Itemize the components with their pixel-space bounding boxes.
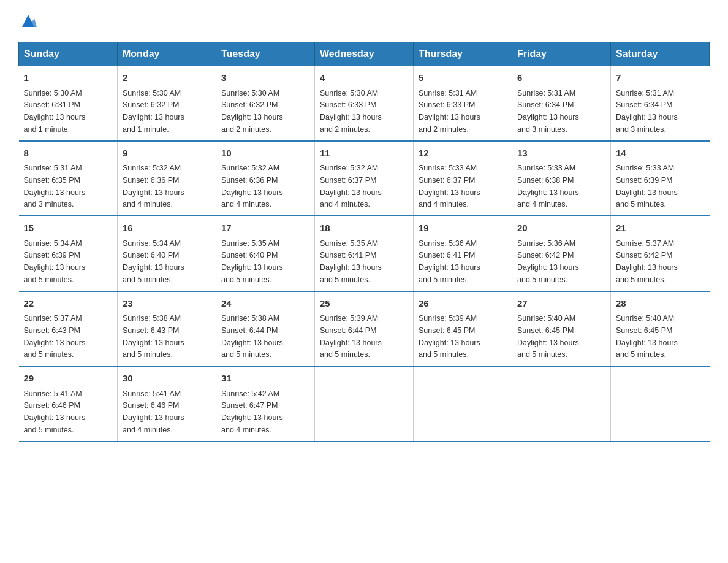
day-number: 10 [221, 147, 309, 161]
calendar-cell: 15 Sunrise: 5:34 AMSunset: 6:39 PMDaylig… [19, 216, 118, 291]
col-header-sunday: Sunday [19, 42, 118, 66]
calendar-cell: 9 Sunrise: 5:32 AMSunset: 6:36 PMDayligh… [118, 141, 216, 216]
calendar-cell: 30 Sunrise: 5:41 AMSunset: 6:46 PMDaylig… [118, 366, 216, 442]
calendar-table: SundayMondayTuesdayWednesdayThursdayFrid… [18, 42, 710, 442]
day-number: 12 [419, 147, 507, 161]
day-info: Sunrise: 5:39 AMSunset: 6:44 PMDaylight:… [320, 314, 382, 359]
day-number: 19 [419, 221, 507, 236]
calendar-cell [512, 366, 611, 442]
day-number: 29 [24, 372, 113, 386]
calendar-week-row: 15 Sunrise: 5:34 AMSunset: 6:39 PMDaylig… [19, 216, 710, 291]
day-number: 5 [419, 71, 507, 85]
day-info: Sunrise: 5:30 AMSunset: 6:32 PMDaylight:… [123, 89, 184, 134]
day-info: Sunrise: 5:30 AMSunset: 6:31 PMDaylight:… [24, 89, 86, 134]
day-info: Sunrise: 5:31 AMSunset: 6:35 PMDaylight:… [24, 164, 86, 209]
calendar-cell: 20 Sunrise: 5:36 AMSunset: 6:42 PMDaylig… [512, 216, 611, 291]
day-number: 22 [24, 297, 113, 311]
day-info: Sunrise: 5:32 AMSunset: 6:36 PMDaylight:… [221, 164, 283, 209]
day-number: 3 [221, 71, 309, 85]
day-info: Sunrise: 5:36 AMSunset: 6:41 PMDaylight:… [419, 239, 480, 284]
day-number: 6 [517, 71, 605, 85]
day-number: 11 [320, 147, 408, 161]
day-info: Sunrise: 5:35 AMSunset: 6:40 PMDaylight:… [221, 239, 283, 284]
calendar-cell: 19 Sunrise: 5:36 AMSunset: 6:41 PMDaylig… [414, 216, 512, 291]
day-number: 31 [221, 372, 309, 386]
calendar-cell: 7 Sunrise: 5:31 AMSunset: 6:34 PMDayligh… [611, 66, 710, 141]
calendar-cell [414, 366, 512, 442]
day-info: Sunrise: 5:36 AMSunset: 6:42 PMDaylight:… [517, 239, 579, 284]
day-info: Sunrise: 5:40 AMSunset: 6:45 PMDaylight:… [517, 314, 579, 359]
day-number: 9 [123, 147, 211, 161]
day-number: 20 [517, 221, 605, 236]
page-header [18, 12, 710, 29]
day-number: 17 [221, 221, 309, 236]
calendar-cell: 24 Sunrise: 5:38 AMSunset: 6:44 PMDaylig… [216, 291, 315, 367]
day-info: Sunrise: 5:31 AMSunset: 6:34 PMDaylight:… [616, 89, 678, 134]
calendar-cell: 10 Sunrise: 5:32 AMSunset: 6:36 PMDaylig… [216, 141, 315, 216]
calendar-cell: 18 Sunrise: 5:35 AMSunset: 6:41 PMDaylig… [315, 216, 414, 291]
day-info: Sunrise: 5:31 AMSunset: 6:33 PMDaylight:… [419, 89, 480, 134]
calendar-cell [315, 366, 414, 442]
day-info: Sunrise: 5:41 AMSunset: 6:46 PMDaylight:… [24, 389, 86, 434]
calendar-cell: 22 Sunrise: 5:37 AMSunset: 6:43 PMDaylig… [19, 291, 118, 367]
day-number: 24 [221, 297, 309, 311]
calendar-cell: 5 Sunrise: 5:31 AMSunset: 6:33 PMDayligh… [414, 66, 512, 141]
day-info: Sunrise: 5:38 AMSunset: 6:44 PMDaylight:… [221, 314, 283, 359]
calendar-cell: 13 Sunrise: 5:33 AMSunset: 6:38 PMDaylig… [512, 141, 611, 216]
calendar-cell: 12 Sunrise: 5:33 AMSunset: 6:37 PMDaylig… [414, 141, 512, 216]
day-info: Sunrise: 5:38 AMSunset: 6:43 PMDaylight:… [123, 314, 184, 359]
day-info: Sunrise: 5:30 AMSunset: 6:33 PMDaylight:… [320, 89, 382, 134]
day-number: 30 [123, 372, 211, 386]
calendar-cell: 6 Sunrise: 5:31 AMSunset: 6:34 PMDayligh… [512, 66, 611, 141]
day-number: 15 [24, 221, 113, 236]
day-number: 27 [517, 297, 605, 311]
calendar-cell: 14 Sunrise: 5:33 AMSunset: 6:39 PMDaylig… [611, 141, 710, 216]
calendar-week-row: 1 Sunrise: 5:30 AMSunset: 6:31 PMDayligh… [19, 66, 710, 141]
col-header-saturday: Saturday [611, 42, 710, 66]
day-number: 7 [616, 71, 705, 85]
day-info: Sunrise: 5:41 AMSunset: 6:46 PMDaylight:… [123, 389, 184, 434]
calendar-cell: 21 Sunrise: 5:37 AMSunset: 6:42 PMDaylig… [611, 216, 710, 291]
day-number: 2 [123, 71, 211, 85]
logo [18, 12, 38, 29]
day-number: 26 [419, 297, 507, 311]
calendar-cell: 16 Sunrise: 5:34 AMSunset: 6:40 PMDaylig… [118, 216, 216, 291]
calendar-week-row: 8 Sunrise: 5:31 AMSunset: 6:35 PMDayligh… [19, 141, 710, 216]
calendar-header-row: SundayMondayTuesdayWednesdayThursdayFrid… [19, 42, 710, 66]
day-info: Sunrise: 5:31 AMSunset: 6:34 PMDaylight:… [517, 89, 579, 134]
col-header-friday: Friday [512, 42, 611, 66]
day-number: 14 [616, 147, 705, 161]
day-info: Sunrise: 5:34 AMSunset: 6:39 PMDaylight:… [24, 239, 86, 284]
col-header-thursday: Thursday [414, 42, 512, 66]
calendar-cell [611, 366, 710, 442]
day-info: Sunrise: 5:30 AMSunset: 6:32 PMDaylight:… [221, 89, 283, 134]
col-header-tuesday: Tuesday [216, 42, 315, 66]
day-info: Sunrise: 5:42 AMSunset: 6:47 PMDaylight:… [221, 389, 283, 434]
day-number: 1 [24, 71, 113, 85]
calendar-cell: 11 Sunrise: 5:32 AMSunset: 6:37 PMDaylig… [315, 141, 414, 216]
calendar-week-row: 22 Sunrise: 5:37 AMSunset: 6:43 PMDaylig… [19, 291, 710, 367]
calendar-cell: 4 Sunrise: 5:30 AMSunset: 6:33 PMDayligh… [315, 66, 414, 141]
day-info: Sunrise: 5:37 AMSunset: 6:43 PMDaylight:… [24, 314, 86, 359]
calendar-cell: 29 Sunrise: 5:41 AMSunset: 6:46 PMDaylig… [19, 366, 118, 442]
day-number: 8 [24, 147, 113, 161]
day-number: 28 [616, 297, 705, 311]
calendar-cell: 25 Sunrise: 5:39 AMSunset: 6:44 PMDaylig… [315, 291, 414, 367]
col-header-wednesday: Wednesday [315, 42, 414, 66]
day-info: Sunrise: 5:37 AMSunset: 6:42 PMDaylight:… [616, 239, 678, 284]
day-info: Sunrise: 5:35 AMSunset: 6:41 PMDaylight:… [320, 239, 382, 284]
day-info: Sunrise: 5:34 AMSunset: 6:40 PMDaylight:… [123, 239, 184, 284]
calendar-week-row: 29 Sunrise: 5:41 AMSunset: 6:46 PMDaylig… [19, 366, 710, 442]
day-number: 4 [320, 71, 408, 85]
calendar-cell: 17 Sunrise: 5:35 AMSunset: 6:40 PMDaylig… [216, 216, 315, 291]
day-number: 13 [517, 147, 605, 161]
day-info: Sunrise: 5:32 AMSunset: 6:37 PMDaylight:… [320, 164, 382, 209]
calendar-cell: 3 Sunrise: 5:30 AMSunset: 6:32 PMDayligh… [216, 66, 315, 141]
calendar-cell: 27 Sunrise: 5:40 AMSunset: 6:45 PMDaylig… [512, 291, 611, 367]
day-number: 21 [616, 221, 705, 236]
calendar-cell: 8 Sunrise: 5:31 AMSunset: 6:35 PMDayligh… [19, 141, 118, 216]
day-number: 16 [123, 221, 211, 236]
calendar-cell: 28 Sunrise: 5:40 AMSunset: 6:45 PMDaylig… [611, 291, 710, 367]
day-number: 23 [123, 297, 211, 311]
calendar-cell: 1 Sunrise: 5:30 AMSunset: 6:31 PMDayligh… [19, 66, 118, 141]
